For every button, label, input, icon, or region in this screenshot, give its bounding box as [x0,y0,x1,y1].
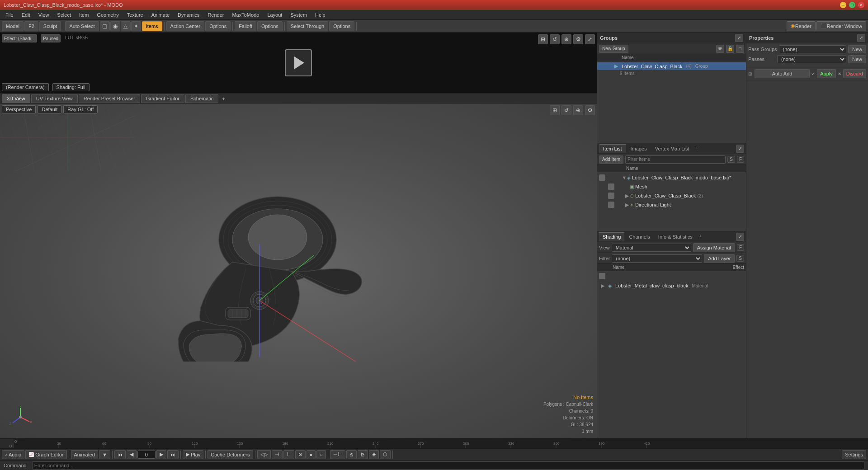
discard-button[interactable]: Discard [843,69,866,78]
animated-dropdown[interactable]: ▼ [99,450,110,459]
auto-select-button[interactable]: Auto Select [65,21,99,31]
tab-gradient-editor[interactable]: Gradient Editor [141,94,184,103]
passes-select[interactable]: (none) [777,55,846,63]
tab-info-statistics[interactable]: Info & Statistics [655,232,696,241]
falloff-button[interactable]: Falloff [235,21,256,31]
graph-editor-button[interactable]: 📈 Graph Editor [25,450,66,459]
perspective-button[interactable]: Perspective [2,105,36,113]
items-button[interactable]: Items [142,21,162,31]
pass-groups-select[interactable]: (none) [779,45,846,53]
auto-add-button[interactable]: Auto Add [755,69,810,78]
misc-btn-9[interactable]: ⊵ [358,450,368,459]
misc-btn-1[interactable]: ◁▷ [257,450,271,459]
preview-expand-icon[interactable]: ⤢ [585,34,595,44]
close-button[interactable]: ✕ [858,2,864,8]
action-center-button[interactable]: Action Center [166,21,205,31]
assign-material-button[interactable]: Assign Material [693,243,735,252]
go-end-button[interactable]: ⏭ [167,450,179,459]
menu-select[interactable]: Select [53,11,75,19]
minimize-button[interactable]: ─ [840,2,846,8]
select-tool-2[interactable]: ◉ [110,21,120,31]
settings-button[interactable]: Settings [842,450,866,459]
add-viewport-tab-button[interactable]: + [219,95,227,102]
render-window-button[interactable]: ⬛ Render Window [816,21,866,31]
group-vis-icon[interactable] [608,193,614,199]
tree-item-light[interactable]: ▶ ☀ Directional Light [597,200,746,209]
groups-vis-icon-1[interactable]: 👁 [716,45,724,53]
tree-item-root[interactable]: ▼ ◈ Lobster_Claw_Clasp_Black_modo_base.l… [597,173,746,182]
menu-maxtomodo[interactable]: MaxToModo [228,11,263,19]
tree-item-mesh[interactable]: ▣ Mesh [597,182,746,191]
select-tool-3[interactable]: △ [121,21,131,31]
ray-gl-button[interactable]: Ray GL: Off [63,105,98,113]
viewport-zoom-icon[interactable]: ⊕ [573,105,583,115]
menu-animate[interactable]: Animate [148,11,173,19]
groups-vis-icon-2[interactable]: 🔒 [726,45,734,53]
filter-s-shortcut[interactable]: S [727,156,735,163]
tab-shading[interactable]: Shading [599,232,624,241]
options-2-button[interactable]: Options [257,21,283,31]
preview-zoom-icon[interactable]: ⊕ [561,34,571,44]
select-through-button[interactable]: Select Through [287,21,328,31]
command-input[interactable] [32,461,864,470]
viewport-rotate-icon[interactable]: ↺ [561,105,571,115]
add-layer-button[interactable]: Add Layer [704,254,735,263]
camera-label[interactable]: (Render Camera) [2,83,49,91]
model-mode-button[interactable]: Model [2,21,24,31]
f2-button[interactable]: F2 [24,21,38,31]
assign-f-shortcut[interactable]: F [737,244,744,251]
options-3-button[interactable]: Options [329,21,354,31]
new-group-button[interactable]: New Group [599,45,628,53]
viewport-3d[interactable]: Perspective Default Ray GL: Off ⊞ ↺ ⊕ ⚙ [0,103,597,438]
properties-expand-icon[interactable]: ⤢ [857,34,865,42]
tab-images[interactable]: Images [627,144,651,153]
preview-settings-icon[interactable]: ⚙ [573,34,583,44]
add-layer-s-shortcut[interactable]: S [736,255,744,262]
add-item-tab-button[interactable]: + [693,144,700,153]
sculpt-button[interactable]: Sculpt [39,21,61,31]
menu-view[interactable]: View [35,11,53,19]
add-item-button[interactable]: Add Item [599,155,623,164]
filter-f-shortcut[interactable]: F [737,156,744,163]
frame-input[interactable] [137,451,156,459]
vis-icon-1[interactable] [599,174,605,181]
filter-input-area[interactable]: Filter Items [625,155,726,164]
misc-btn-8[interactable]: ⊴ [346,450,357,459]
groups-expand-icon[interactable]: ⤢ [735,34,743,42]
misc-btn-10[interactable]: ◈ [369,450,379,459]
filter-dropdown[interactable]: (none) [612,254,702,263]
view-dropdown[interactable]: Material [612,244,691,252]
go-next-button[interactable]: ▶ [156,450,166,459]
apply-button[interactable]: Apply [817,69,836,78]
misc-btn-3[interactable]: ⊢ [283,450,294,459]
menu-item[interactable]: Item [75,11,92,19]
go-prev-button[interactable]: ◀ [127,450,137,459]
add-shading-tab-button[interactable]: + [697,232,703,241]
tree-item-group[interactable]: ▶ ⬡ Lobster_Claw_Clasp_Black (2) [597,191,746,200]
preview-fit-icon[interactable]: ⊞ [538,34,548,44]
menu-file[interactable]: File [2,11,17,19]
menu-help[interactable]: Help [311,11,329,19]
options-1-button[interactable]: Options [205,21,231,31]
viewport-settings-icon[interactable]: ⚙ [585,105,595,115]
menu-geometry[interactable]: Geometry [93,11,122,19]
misc-btn-11[interactable]: ⬡ [380,450,391,459]
select-tool-4[interactable]: ✦ [131,21,141,31]
shading-label[interactable]: Shading: Full [52,83,90,91]
select-tool-1[interactable]: ▢ [100,21,110,31]
group-item[interactable]: ▶ Lobster_Claw_Clasp_Black (4) Group [597,62,746,70]
viewport-fit-icon[interactable]: ⊞ [550,105,560,115]
go-start-button[interactable]: ⏮ [114,450,126,459]
timeline-track[interactable]: 0 30 60 90 120 150 180 210 240 270 [14,439,868,448]
item-panel-expand-icon[interactable]: ⤢ [736,145,744,153]
tab-schematic[interactable]: Schematic [185,94,218,103]
menu-system[interactable]: System [287,11,311,19]
new-pass-button[interactable]: New [848,45,866,53]
passes-new-button[interactable]: New [848,55,866,63]
tab-render-preset-browser[interactable]: Render Preset Browser [79,94,140,103]
menu-texture[interactable]: Texture [123,11,147,19]
misc-btn-4[interactable]: ⊙ [295,450,306,459]
shading-expand-icon[interactable]: ⤢ [736,233,744,241]
misc-btn-6[interactable]: ○ [316,450,326,459]
material-item[interactable]: ▶ ◈ Lobster_Metal_claw_clasp_black Mater… [597,281,746,290]
